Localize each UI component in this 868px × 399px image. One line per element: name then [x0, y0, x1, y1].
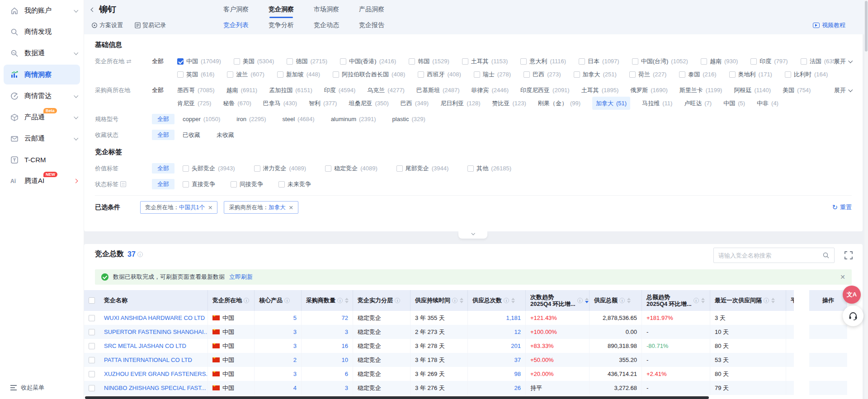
- info-icon[interactable]: [284, 298, 290, 303]
- checkbox[interactable]: [287, 58, 293, 65]
- checkbox[interactable]: [396, 165, 403, 172]
- checkbox[interactable]: [409, 58, 415, 65]
- filter-option-秘鲁[interactable]: 秘鲁(670): [223, 97, 251, 110]
- info-icon[interactable]: [244, 298, 249, 303]
- column-header-amount_trend[interactable]: 总额趋势2025Q4 环比增...: [642, 290, 710, 311]
- info-icon[interactable]: [395, 298, 400, 303]
- subtab-竞企列表[interactable]: 竞企列表: [223, 21, 249, 29]
- filter-option-中国(香港)[interactable]: 中国(香港)(2416): [340, 55, 396, 68]
- chip-remove-icon[interactable]: ✕: [208, 204, 212, 211]
- filter-option-西班牙[interactable]: 西班牙(408): [418, 68, 461, 81]
- filter-option-尾部竞企[interactable]: 尾部竞企(3944): [396, 162, 449, 175]
- filter-option-直接竞争[interactable]: 直接竞争: [183, 178, 215, 191]
- column-header-avg[interactable]: 平均: [786, 290, 794, 311]
- filter-option-美国[interactable]: 美国(5304): [234, 55, 274, 68]
- filter-option-泰国[interactable]: 泰国(216): [679, 68, 716, 81]
- filter-option-未来竞争[interactable]: 未来竞争: [278, 178, 311, 191]
- tab-客户洞察[interactable]: 客户洞察: [223, 3, 249, 16]
- filter-option-越南[interactable]: 越南(930): [701, 55, 738, 68]
- filter-option-中国(台湾)[interactable]: 中国(台湾)(1052): [632, 55, 688, 68]
- competitor-location-all[interactable]: 全部: [152, 55, 177, 68]
- column-header-amount[interactable]: 供应总额: [590, 290, 642, 311]
- checkbox[interactable]: [462, 58, 468, 65]
- row-checkbox[interactable]: [89, 357, 95, 363]
- filter-option-中国[interactable]: 中国(5): [723, 97, 745, 110]
- checkbox[interactable]: [801, 58, 807, 65]
- checkbox[interactable]: [177, 58, 184, 65]
- filter-option-头部竞企[interactable]: 头部竞企(3943): [183, 162, 235, 175]
- checkbox[interactable]: [524, 71, 530, 78]
- checkbox[interactable]: [231, 181, 237, 188]
- checkbox[interactable]: [333, 71, 339, 78]
- info-icon[interactable]: [337, 298, 343, 303]
- filter-option-瑞士[interactable]: 瑞士(278): [474, 68, 511, 81]
- refresh-now-link[interactable]: 立即刷新: [229, 273, 253, 281]
- info-icon[interactable]: [693, 298, 699, 303]
- checkbox[interactable]: [183, 165, 189, 172]
- sidebar-item-商情雷达[interactable]: 商情雷达: [0, 85, 84, 107]
- subtab-竞企报告[interactable]: 竞企报告: [359, 21, 384, 29]
- filter-option-孟加拉国[interactable]: 孟加拉国(6151): [269, 84, 312, 97]
- sort-icon[interactable]: [627, 298, 631, 303]
- filter-option-墨西哥[interactable]: 墨西哥(7085): [177, 84, 215, 97]
- filter-option-美国[interactable]: 美国(754): [783, 84, 811, 97]
- checkbox[interactable]: [785, 71, 791, 78]
- video-tutorial-link[interactable]: 视频教程: [813, 19, 845, 32]
- checkbox[interactable]: [629, 71, 636, 78]
- row-checkbox[interactable]: [89, 343, 95, 349]
- filter-option-奥地利[interactable]: 奥地利(171): [729, 68, 772, 81]
- filter-option-刚果（金）[interactable]: 刚果（金）(99): [538, 97, 580, 110]
- column-header-name[interactable]: 竞企名称: [99, 290, 208, 311]
- cell-name[interactable]: XUZHOU EVER GRAND FASTENERS...: [99, 367, 208, 381]
- sort-icon[interactable]: [585, 298, 589, 303]
- filter-option-新加坡[interactable]: 新加坡(448): [277, 68, 320, 81]
- filter-option-巴西[interactable]: 巴西(349): [401, 97, 429, 110]
- filter-option-赞比亚[interactable]: 赞比亚(123): [492, 97, 526, 110]
- filter-option-智利[interactable]: 智利(377): [309, 97, 337, 110]
- checkbox[interactable]: [579, 58, 585, 65]
- filter-option-加拿大[interactable]: 加拿大(251): [574, 68, 617, 81]
- header-action-方案设置[interactable]: 方案设置: [91, 21, 123, 29]
- filter-option-印度[interactable]: 印度(797): [750, 55, 788, 68]
- filter-option-steel[interactable]: steel(4684): [283, 113, 315, 126]
- column-header-times[interactable]: 供应总次数: [468, 290, 526, 311]
- column-header-times_trend[interactable]: 次数趋势2025Q4 环比增...: [526, 290, 590, 311]
- filter-option-越南[interactable]: 越南(6911): [226, 84, 258, 97]
- filter-option-尼日利亚[interactable]: 尼日利亚(128): [440, 97, 480, 110]
- filter-option-土耳其[interactable]: 土耳其(1895): [581, 84, 619, 97]
- selected-condition-chip[interactable]: 竞企所在地：中国共1个✕: [140, 201, 217, 214]
- favorite-status-all-chip[interactable]: 全部: [152, 130, 175, 140]
- checkbox[interactable]: [729, 71, 736, 78]
- sort-icon[interactable]: [345, 298, 349, 303]
- sidebar-item-T-CRM[interactable]: T-CRM: [0, 149, 84, 170]
- checkbox[interactable]: [183, 181, 189, 188]
- page-scrollbar-thumb[interactable]: [865, 1, 868, 52]
- filter-option-加拿大[interactable]: 加拿大(51): [592, 97, 630, 110]
- competitor-search-input[interactable]: [718, 252, 822, 259]
- filter-option-卢旺达[interactable]: 卢旺达(7): [684, 97, 712, 110]
- filter-option-中国[interactable]: 中国(17049): [177, 55, 221, 68]
- column-header-core[interactable]: 核心产品: [255, 290, 302, 311]
- sidebar-item-商情发现[interactable]: 商情发现: [0, 21, 84, 42]
- checkbox[interactable]: [474, 71, 480, 78]
- column-header-interval[interactable]: 最近一次供应间隔: [710, 290, 786, 311]
- column-header-buyers[interactable]: 采购商数量: [302, 290, 353, 311]
- collapse-filters-tab[interactable]: [458, 231, 487, 239]
- filter-option-意大利[interactable]: 意大利(1116): [520, 55, 566, 68]
- filter-option-肯尼亚[interactable]: 肯尼亚(725): [177, 97, 211, 110]
- filter-option-日本[interactable]: 日本(1097): [579, 55, 619, 68]
- chip-remove-icon[interactable]: ✕: [288, 204, 293, 211]
- filter-option-已收藏[interactable]: 已收藏: [183, 128, 200, 141]
- column-header-duration[interactable]: 供应持续时间: [410, 290, 468, 311]
- checkbox[interactable]: [340, 58, 346, 65]
- competitor-location-expand[interactable]: 展开: [834, 55, 852, 68]
- tab-竞企洞察[interactable]: 竞企洞察: [269, 3, 294, 16]
- row-checkbox[interactable]: [89, 329, 95, 335]
- cell-name[interactable]: NINGBO ZHISHANG SPECIAL FAST...: [99, 381, 208, 395]
- subtab-竞争分析[interactable]: 竞争分析: [269, 21, 294, 29]
- checkbox[interactable]: [227, 71, 233, 78]
- filter-option-德国[interactable]: 德国(2715): [287, 55, 327, 68]
- translate-float-button[interactable]: 文A: [843, 286, 861, 304]
- checkbox[interactable]: [679, 71, 685, 78]
- filter-option-阿根廷[interactable]: 阿根廷(1140): [734, 84, 771, 97]
